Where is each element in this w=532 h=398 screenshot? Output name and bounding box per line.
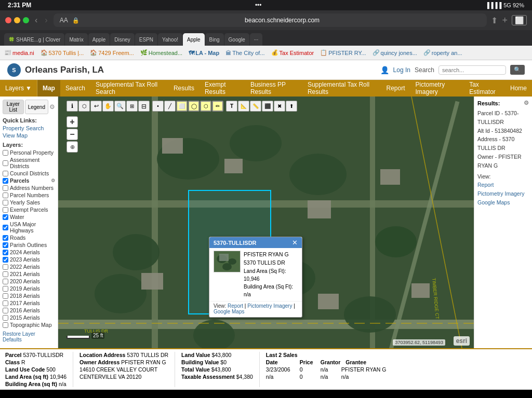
- nav-supp-results[interactable]: Supplemental Tax Roll Results: [302, 80, 381, 97]
- bookmark-taxest[interactable]: 💰Tax Estimator: [271, 49, 314, 56]
- tool-draw-rect[interactable]: ⬜: [176, 101, 188, 112]
- nav-tax[interactable]: Tax Estimator: [464, 80, 505, 97]
- tabs-button[interactable]: ⬜: [512, 15, 527, 25]
- layer-2015-aerials[interactable]: 2015 Aerials: [3, 314, 55, 321]
- layer-personal-property[interactable]: Personal Property: [3, 149, 55, 156]
- geolocate-button[interactable]: ⊕: [66, 141, 78, 153]
- layer-address-numbers[interactable]: Address Numbers: [3, 185, 55, 191]
- forward-button[interactable]: ›: [43, 16, 49, 25]
- nav-business[interactable]: Business PP Results: [245, 80, 302, 97]
- nav-layers[interactable]: Layers ▼: [0, 80, 37, 97]
- tool-area[interactable]: ⬛: [262, 101, 273, 112]
- tab-espn[interactable]: ESPN: [135, 33, 157, 46]
- login-link[interactable]: Log In: [393, 66, 410, 74]
- tool-draw-freehand[interactable]: ✏: [212, 101, 223, 112]
- layer-2019-aerials[interactable]: 2019 Aerials: [3, 285, 55, 292]
- nav-map[interactable]: Map: [37, 80, 60, 97]
- expand-dot[interactable]: [23, 17, 29, 23]
- address-bar[interactable]: AA 🔒 beacon.schneidercorp.com: [54, 13, 487, 27]
- layer-2018-aerials[interactable]: 2018 Aerials: [3, 293, 55, 299]
- new-tab-button[interactable]: +: [502, 15, 508, 26]
- nav-supplemental[interactable]: Supplemental Tax Roll Search: [90, 80, 168, 97]
- layer-roads[interactable]: Roads: [3, 235, 55, 241]
- parcels-settings-icon[interactable]: ⚙: [51, 178, 55, 183]
- popup-report-link[interactable]: Report: [228, 303, 243, 309]
- bookmark-property[interactable]: 🔗roperty an...: [423, 49, 462, 56]
- tab-apple1[interactable]: Apple: [88, 33, 110, 46]
- nav-report[interactable]: Report: [381, 80, 410, 97]
- tab-shareclover[interactable]: 🍀 SHARE...g | Clover: [4, 33, 64, 46]
- tool-draw-circle[interactable]: ◯: [188, 101, 200, 112]
- tool-text[interactable]: T: [226, 101, 237, 112]
- layer-2024-aerials[interactable]: 2024 Aerials: [3, 249, 55, 255]
- layer-parish-outlines[interactable]: Parish Outlines: [3, 242, 55, 248]
- layer-2022-aerials[interactable]: 2022 Aerials: [3, 264, 55, 270]
- bookmark-quincy[interactable]: 🔗quincy jones...: [373, 49, 417, 56]
- tab-bing[interactable]: Bing: [205, 33, 224, 46]
- close-dot[interactable]: [5, 17, 11, 23]
- bookmark-7429freem[interactable]: 🏠7429 Freem...: [90, 49, 134, 56]
- bookmark-5370tullis[interactable]: 🏠5370 Tullis |...: [41, 49, 84, 56]
- tool-pan[interactable]: ✋: [102, 101, 114, 112]
- layer-highways[interactable]: USA Major Highways: [3, 221, 55, 234]
- layer-council-districts[interactable]: Council Districts: [3, 170, 55, 176]
- layer-2021-aerials[interactable]: 2021 Aerials: [3, 271, 55, 277]
- tab-matrix[interactable]: Matrix: [65, 33, 87, 46]
- tool-zoom-box[interactable]: ⊞: [126, 101, 138, 112]
- popup-googlemaps-link[interactable]: Google Maps: [214, 309, 244, 314]
- view-map-link[interactable]: View Map: [3, 132, 55, 139]
- tool-zoom-out[interactable]: ⊟: [138, 101, 150, 112]
- nav-results[interactable]: Results: [168, 80, 200, 97]
- restore-layer-defaults[interactable]: Restore Layer Defaults: [3, 331, 55, 342]
- minimize-dot[interactable]: [14, 17, 20, 23]
- layer-2017-aerials[interactable]: 2017 Aerials: [3, 300, 55, 306]
- tab-more[interactable]: ···: [250, 33, 262, 46]
- tool-draw-line[interactable]: ╱: [164, 101, 176, 112]
- tool-zoom-in[interactable]: 🔍: [114, 101, 126, 112]
- layer-water[interactable]: Water: [3, 214, 55, 220]
- bookmark-pfister[interactable]: 📋PFISTER RY...: [320, 49, 366, 56]
- layer-2023-aerials[interactable]: 2023 Aerials: [3, 256, 55, 263]
- bookmark-media[interactable]: 📰media.ni: [4, 49, 34, 56]
- nav-pictometry[interactable]: Pictometry Imagery: [410, 80, 464, 97]
- popup-pictometry-link[interactable]: Pictometry Imagery: [247, 303, 292, 309]
- tab-apple2[interactable]: Apple: [183, 33, 205, 46]
- tab-yahoo1[interactable]: Yahoo!: [158, 33, 182, 46]
- tab-google[interactable]: Google: [224, 33, 249, 46]
- popup-close-button[interactable]: ✕: [292, 239, 298, 246]
- result-report-link[interactable]: Report: [477, 181, 529, 189]
- nav-search[interactable]: Search: [60, 80, 90, 97]
- tool-draw-point[interactable]: •: [152, 101, 164, 112]
- tool-export[interactable]: ⬆: [286, 101, 297, 112]
- zoom-out-button[interactable]: −: [66, 129, 78, 140]
- layer-exempt-parcels[interactable]: Exempt Parcels: [3, 207, 55, 213]
- nav-home[interactable]: Home: [505, 80, 532, 97]
- bookmark-la-map[interactable]: 🗺LA - Map: [189, 50, 219, 56]
- results-settings-icon[interactable]: ⚙: [524, 100, 529, 106]
- result-googlemaps-link[interactable]: Google Maps: [477, 198, 529, 207]
- layer-parcel-numbers[interactable]: Parcel Numbers: [3, 192, 55, 198]
- share-button[interactable]: ⬆: [491, 16, 498, 25]
- property-search-link[interactable]: Property Search: [3, 125, 55, 131]
- tab-disney[interactable]: Disney: [110, 33, 135, 46]
- layer-2016-aerials[interactable]: 2016 Aerials: [3, 307, 55, 313]
- tool-select-parcel[interactable]: ⬡: [78, 101, 90, 112]
- legend-tab[interactable]: Legend: [25, 100, 48, 114]
- layer-list-tab[interactable]: Layer List: [3, 100, 24, 114]
- tool-distance[interactable]: 📏: [250, 101, 261, 112]
- layer-yearly-sales[interactable]: Yearly Sales: [3, 199, 55, 205]
- layer-parcels[interactable]: Parcels ⚙: [3, 177, 55, 184]
- layer-topographic[interactable]: Topographic Map: [3, 322, 55, 328]
- header-search-button[interactable]: 🔍: [510, 65, 525, 75]
- tool-draw-polygon[interactable]: ⬡: [200, 101, 211, 112]
- layer-2020-aerials[interactable]: 2020 Aerials: [3, 278, 55, 284]
- map-container[interactable]: TIMBER RIDGE CT TULLIS DR ℹ ⬡ ↩ ✋ 🔍 ⊞ ⊟ …: [58, 97, 474, 348]
- zoom-in-button[interactable]: +: [66, 116, 78, 128]
- result-pictometry-link[interactable]: Pictometry Imagery: [477, 189, 529, 198]
- header-search-input[interactable]: [438, 65, 506, 75]
- settings-icon[interactable]: ⚙: [49, 103, 55, 111]
- tool-measure[interactable]: 📐: [238, 101, 249, 112]
- bookmark-city[interactable]: 🏛The City of...: [225, 50, 264, 56]
- tool-info[interactable]: ℹ: [66, 101, 78, 112]
- back-button[interactable]: ‹: [33, 16, 39, 25]
